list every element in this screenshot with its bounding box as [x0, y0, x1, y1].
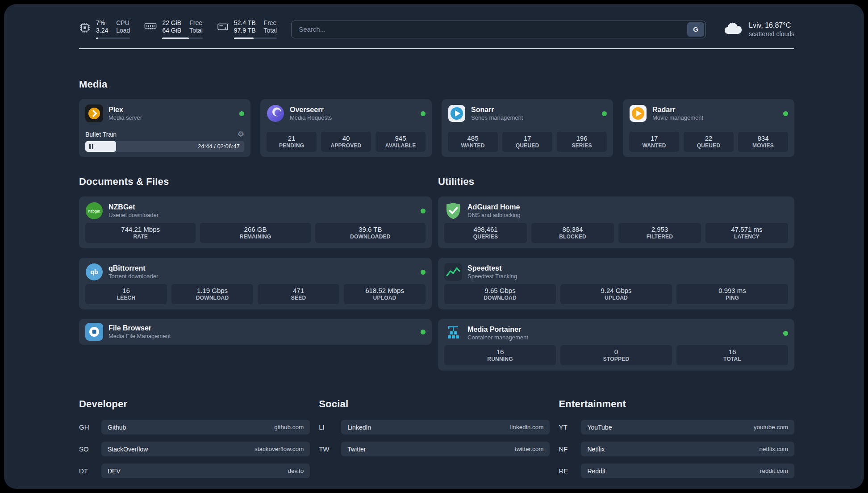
overseerr-card[interactable]: Overseerr Media Requests 21 PENDING 40 A…: [260, 99, 432, 157]
link-reddit[interactable]: Reddit reddit.com: [581, 464, 794, 478]
radarr-stats: 17 WANTED 22 QUEUED 834 MOVIES: [629, 132, 788, 152]
stat-wanted: 485 WANTED: [448, 132, 498, 152]
stat-label: QUEUED: [685, 142, 732, 149]
link-github[interactable]: Github github.com: [101, 420, 310, 435]
ram-progress-track: [162, 38, 202, 39]
link-name: Netflix: [587, 446, 605, 453]
disk-progress-fill: [234, 38, 254, 39]
stat-rate: 744.21 Mbps RATE: [85, 223, 196, 243]
link-name: YouTube: [587, 424, 612, 431]
stat-value: 17: [504, 134, 551, 142]
search-engine-button[interactable]: G: [687, 22, 704, 37]
overseerr-titles: Overseerr Media Requests: [290, 105, 415, 121]
plex-titles: Plex Media server: [108, 105, 234, 121]
radarr-card[interactable]: Radarr Movie management 17 WANTED 22 QUE…: [623, 99, 794, 157]
stat-label: MOVIES: [740, 142, 786, 149]
stat-label: RUNNING: [446, 356, 554, 363]
stat-leech: 16 LEECH: [85, 284, 167, 304]
link-abbr: YT: [559, 423, 576, 431]
stat-label: TOTAL: [678, 356, 786, 363]
link-row-netflix: NF Netflix netflix.com: [559, 442, 794, 456]
link-row-dev: DT DEV dev.to: [79, 464, 310, 478]
link-url: github.com: [274, 424, 304, 430]
stat-value: 471: [259, 286, 338, 295]
stat-stopped: 0 STOPPED: [560, 345, 672, 365]
search-input[interactable]: [291, 21, 706, 38]
link-linkedin[interactable]: LinkedIn linkedin.com: [341, 420, 550, 435]
link-abbr: LI: [319, 423, 336, 431]
ram-total-value: 64 GiB: [162, 27, 181, 34]
link-dev[interactable]: DEV dev.to: [101, 464, 310, 478]
search-bar: G: [291, 21, 706, 38]
disk-total-label: Total: [264, 27, 277, 34]
link-row-linkedin: LI LinkedIn linkedin.com: [319, 420, 550, 435]
stat-value: 16: [678, 347, 786, 356]
stat-label: AVAILABLE: [377, 142, 424, 149]
nzbget-card[interactable]: nzbget NZBGet Usenet downloader 744.21 M…: [79, 196, 432, 248]
adguard-card[interactable]: AdGuard Home DNS and adblocking 498,461 …: [438, 196, 794, 248]
stat-value: 39.6 TB: [317, 225, 424, 234]
plex-card[interactable]: Plex Media server Bullet Train ⚙ 24:44: [79, 99, 250, 157]
disk-free-value: 52.4 TB: [234, 19, 256, 27]
link-name: DEV: [108, 468, 121, 475]
weather-location: Lviv, 16.87°C: [749, 21, 794, 30]
stat-value: 16: [87, 286, 165, 295]
radarr-icon: [629, 104, 647, 122]
stat-label: BLOCKED: [533, 234, 612, 240]
playback-progress-bar[interactable]: 24:44 / 02:06:47: [85, 141, 244, 152]
app-name: Plex: [108, 105, 234, 114]
portainer-card[interactable]: Media Portainer Container management 16 …: [438, 319, 794, 371]
stat-value: 1.19 Gbps: [173, 286, 251, 295]
link-row-stackoverflow: SO StackOverflow stackoverflow.com: [79, 442, 310, 456]
speedtest-card[interactable]: Speedtest Speedtest Tracking 9.65 Gbps D…: [438, 258, 794, 309]
filebrowser-icon: [85, 323, 103, 341]
disk-stat-body: 52.4 TB 97.9 TB Free Total: [234, 19, 277, 39]
stat-label: WANTED: [631, 142, 677, 149]
pause-icon[interactable]: [89, 144, 93, 149]
top-bar: 7% 3.24 CPU Load: [79, 19, 794, 39]
adguard-icon: [444, 202, 462, 220]
status-dot: [783, 111, 788, 116]
cpu-icon: [79, 22, 91, 35]
stat-label: SERIES: [559, 142, 605, 149]
sonarr-card[interactable]: Sonarr Series management 485 WANTED 17 Q…: [442, 99, 613, 157]
link-twitter[interactable]: Twitter twitter.com: [341, 442, 550, 456]
stat-value: 9.24 Gbps: [562, 286, 670, 295]
stat-pending: 21 PENDING: [267, 132, 317, 152]
link-youtube[interactable]: YouTube youtube.com: [581, 420, 794, 435]
app-subtitle: Movie management: [652, 114, 778, 121]
qbittorrent-titles: qBittorrent Torrent downloader: [108, 264, 415, 280]
gear-icon[interactable]: ⚙: [238, 130, 244, 138]
filebrowser-card[interactable]: File Browser Media File Management: [79, 319, 432, 345]
qbittorrent-card[interactable]: qb qBittorrent Torrent downloader 16: [79, 258, 432, 309]
stat-label: LATENCY: [707, 234, 786, 240]
portainer-icon: [444, 324, 462, 342]
app-subtitle: Media server: [108, 114, 234, 121]
link-stackoverflow[interactable]: StackOverflow stackoverflow.com: [101, 442, 310, 456]
disk-free-label: Free: [264, 19, 277, 27]
stat-label: UPLOAD: [346, 295, 424, 301]
link-row-twitter: TW Twitter twitter.com: [319, 442, 550, 456]
stat-value: 498,461: [446, 225, 525, 234]
link-url: linkedin.com: [510, 424, 543, 430]
cpu-stat-body: 7% 3.24 CPU Load: [96, 19, 130, 39]
developer-section: Developer GH Github github.com SO StackO…: [79, 398, 310, 478]
stat-label: WANTED: [450, 142, 496, 149]
ram-stat-body: 22 GiB 64 GiB Free Total: [162, 19, 202, 39]
section-title-media: Media: [79, 79, 794, 90]
documents-column: Documents & Files nzbget NZBGet Usenet d…: [79, 176, 432, 371]
link-netflix[interactable]: Netflix netflix.com: [581, 442, 794, 456]
stat-value: 21: [268, 134, 315, 142]
app-name: Overseerr: [290, 105, 415, 114]
ram-progress-fill: [162, 38, 189, 39]
status-dot: [421, 111, 426, 116]
status-dot: [421, 209, 426, 213]
stat-label: LEECH: [87, 295, 165, 301]
stat-label: DOWNLOAD: [173, 295, 251, 301]
weather-condition: scattered clouds: [749, 30, 794, 38]
section-title-entertainment: Entertainment: [559, 398, 794, 410]
media-grid: Plex Media server Bullet Train ⚙ 24:44: [79, 99, 794, 157]
svg-text:nzbget: nzbget: [88, 209, 100, 213]
adguard-titles: AdGuard Home DNS and adblocking: [467, 203, 788, 219]
link-name: Twitter: [347, 446, 366, 453]
